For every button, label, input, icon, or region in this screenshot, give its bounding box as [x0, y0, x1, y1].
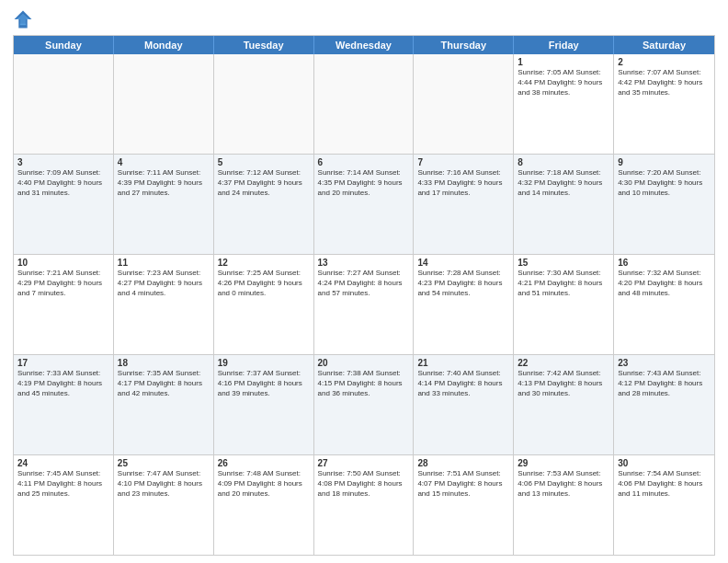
day-info: Sunrise: 7:27 AM Sunset: 4:24 PM Dayligh…: [318, 269, 410, 298]
day-info: Sunrise: 7:09 AM Sunset: 4:40 PM Dayligh…: [17, 168, 109, 198]
logo: [13, 9, 37, 29]
day-info: Sunrise: 7:14 AM Sunset: 4:35 PM Dayligh…: [318, 168, 410, 198]
day-number: 29: [518, 458, 609, 468]
day-info: Sunrise: 7:18 AM Sunset: 4:32 PM Dayligh…: [518, 168, 609, 198]
cal-header-monday: Monday: [114, 36, 214, 54]
cal-cell-1-6: 1Sunrise: 7:05 AM Sunset: 4:44 PM Daylig…: [514, 54, 614, 154]
cal-cell-3-7: 16Sunrise: 7:32 AM Sunset: 4:20 PM Dayli…: [614, 255, 714, 354]
cal-cell-3-3: 12Sunrise: 7:25 AM Sunset: 4:26 PM Dayli…: [214, 255, 314, 354]
day-info: Sunrise: 7:45 AM Sunset: 4:11 PM Dayligh…: [17, 469, 109, 499]
cal-cell-2-2: 4Sunrise: 7:11 AM Sunset: 4:39 PM Daylig…: [114, 155, 214, 254]
cal-week-4: 17Sunrise: 7:33 AM Sunset: 4:19 PM Dayli…: [14, 355, 714, 455]
cal-cell-1-4: [314, 54, 415, 154]
header: [13, 9, 715, 29]
day-number: 1: [518, 57, 609, 67]
day-info: Sunrise: 7:16 AM Sunset: 4:33 PM Dayligh…: [417, 168, 509, 198]
day-info: Sunrise: 7:47 AM Sunset: 4:10 PM Dayligh…: [118, 469, 210, 499]
cal-cell-4-4: 20Sunrise: 7:38 AM Sunset: 4:15 PM Dayli…: [314, 355, 415, 454]
cal-cell-5-2: 25Sunrise: 7:47 AM Sunset: 4:10 PM Dayli…: [114, 455, 214, 555]
day-number: 17: [17, 358, 109, 368]
day-number: 11: [118, 258, 210, 268]
cal-week-5: 24Sunrise: 7:45 AM Sunset: 4:11 PM Dayli…: [14, 455, 714, 555]
cal-cell-5-6: 29Sunrise: 7:53 AM Sunset: 4:06 PM Dayli…: [514, 455, 614, 555]
day-info: Sunrise: 7:12 AM Sunset: 4:37 PM Dayligh…: [218, 168, 310, 198]
day-info: Sunrise: 7:37 AM Sunset: 4:16 PM Dayligh…: [218, 369, 310, 398]
day-info: Sunrise: 7:11 AM Sunset: 4:39 PM Dayligh…: [118, 168, 210, 198]
day-info: Sunrise: 7:48 AM Sunset: 4:09 PM Dayligh…: [218, 469, 310, 499]
day-number: 18: [118, 358, 210, 368]
cal-cell-4-6: 22Sunrise: 7:42 AM Sunset: 4:13 PM Dayli…: [514, 355, 614, 454]
cal-cell-3-2: 11Sunrise: 7:23 AM Sunset: 4:27 PM Dayli…: [114, 255, 214, 354]
cal-header-saturday: Saturday: [614, 36, 714, 54]
day-number: 24: [17, 458, 109, 468]
day-number: 10: [17, 258, 109, 268]
day-number: 14: [417, 258, 509, 268]
day-number: 13: [318, 258, 410, 268]
day-info: Sunrise: 7:30 AM Sunset: 4:21 PM Dayligh…: [518, 269, 609, 298]
cal-cell-4-5: 21Sunrise: 7:40 AM Sunset: 4:14 PM Dayli…: [414, 355, 514, 454]
calendar-header-row: SundayMondayTuesdayWednesdayThursdayFrid…: [14, 36, 714, 54]
cal-cell-1-5: [414, 54, 514, 154]
cal-cell-4-1: 17Sunrise: 7:33 AM Sunset: 4:19 PM Dayli…: [14, 355, 114, 454]
day-number: 5: [218, 157, 310, 167]
cal-cell-5-5: 28Sunrise: 7:51 AM Sunset: 4:07 PM Dayli…: [414, 455, 514, 555]
cal-cell-1-1: [14, 54, 114, 154]
day-number: 8: [518, 157, 609, 167]
day-info: Sunrise: 7:28 AM Sunset: 4:23 PM Dayligh…: [417, 269, 509, 298]
day-number: 19: [218, 358, 310, 368]
day-number: 16: [618, 258, 711, 268]
day-info: Sunrise: 7:42 AM Sunset: 4:13 PM Dayligh…: [518, 369, 609, 398]
day-number: 15: [518, 258, 609, 268]
day-info: Sunrise: 7:23 AM Sunset: 4:27 PM Dayligh…: [118, 269, 210, 298]
cal-week-3: 10Sunrise: 7:21 AM Sunset: 4:29 PM Dayli…: [14, 255, 714, 355]
day-number: 23: [618, 358, 711, 368]
day-info: Sunrise: 7:33 AM Sunset: 4:19 PM Dayligh…: [17, 369, 109, 398]
day-number: 7: [417, 157, 509, 167]
day-number: 26: [218, 458, 310, 468]
day-number: 30: [618, 458, 711, 468]
day-number: 20: [318, 358, 410, 368]
day-info: Sunrise: 7:51 AM Sunset: 4:07 PM Dayligh…: [417, 469, 509, 499]
cal-header-tuesday: Tuesday: [214, 36, 314, 54]
day-info: Sunrise: 7:25 AM Sunset: 4:26 PM Dayligh…: [218, 269, 310, 298]
day-number: 6: [318, 157, 410, 167]
cal-cell-1-2: [114, 54, 214, 154]
day-number: 25: [118, 458, 210, 468]
calendar-body: 1Sunrise: 7:05 AM Sunset: 4:44 PM Daylig…: [14, 54, 714, 555]
day-info: Sunrise: 7:38 AM Sunset: 4:15 PM Dayligh…: [318, 369, 410, 398]
day-info: Sunrise: 7:35 AM Sunset: 4:17 PM Dayligh…: [118, 369, 210, 398]
logo-icon: [13, 9, 33, 29]
cal-cell-5-7: 30Sunrise: 7:54 AM Sunset: 4:06 PM Dayli…: [614, 455, 714, 555]
day-info: Sunrise: 7:32 AM Sunset: 4:20 PM Dayligh…: [618, 269, 711, 298]
cal-cell-4-2: 18Sunrise: 7:35 AM Sunset: 4:17 PM Dayli…: [114, 355, 214, 454]
day-number: 3: [17, 157, 109, 167]
cal-header-wednesday: Wednesday: [314, 36, 415, 54]
day-number: 2: [618, 57, 711, 67]
day-number: 9: [618, 157, 711, 167]
cal-cell-5-4: 27Sunrise: 7:50 AM Sunset: 4:08 PM Dayli…: [314, 455, 415, 555]
cal-week-1: 1Sunrise: 7:05 AM Sunset: 4:44 PM Daylig…: [14, 54, 714, 155]
day-number: 21: [417, 358, 509, 368]
cal-cell-3-6: 15Sunrise: 7:30 AM Sunset: 4:21 PM Dayli…: [514, 255, 614, 354]
cal-cell-1-3: [214, 54, 314, 154]
cal-cell-2-6: 8Sunrise: 7:18 AM Sunset: 4:32 PM Daylig…: [514, 155, 614, 254]
day-number: 27: [318, 458, 410, 468]
cal-cell-2-5: 7Sunrise: 7:16 AM Sunset: 4:33 PM Daylig…: [414, 155, 514, 254]
cal-cell-2-7: 9Sunrise: 7:20 AM Sunset: 4:30 PM Daylig…: [614, 155, 714, 254]
day-info: Sunrise: 7:50 AM Sunset: 4:08 PM Dayligh…: [318, 469, 410, 499]
calendar: SundayMondayTuesdayWednesdayThursdayFrid…: [13, 35, 715, 556]
day-number: 4: [118, 157, 210, 167]
cal-cell-3-4: 13Sunrise: 7:27 AM Sunset: 4:24 PM Dayli…: [314, 255, 415, 354]
cal-cell-2-1: 3Sunrise: 7:09 AM Sunset: 4:40 PM Daylig…: [14, 155, 114, 254]
cal-cell-3-1: 10Sunrise: 7:21 AM Sunset: 4:29 PM Dayli…: [14, 255, 114, 354]
cal-cell-4-7: 23Sunrise: 7:43 AM Sunset: 4:12 PM Dayli…: [614, 355, 714, 454]
cal-cell-2-4: 6Sunrise: 7:14 AM Sunset: 4:35 PM Daylig…: [314, 155, 415, 254]
cal-cell-5-1: 24Sunrise: 7:45 AM Sunset: 4:11 PM Dayli…: [14, 455, 114, 555]
cal-cell-4-3: 19Sunrise: 7:37 AM Sunset: 4:16 PM Dayli…: [214, 355, 314, 454]
day-info: Sunrise: 7:20 AM Sunset: 4:30 PM Dayligh…: [618, 168, 711, 198]
day-info: Sunrise: 7:43 AM Sunset: 4:12 PM Dayligh…: [618, 369, 711, 398]
page: SundayMondayTuesdayWednesdayThursdayFrid…: [0, 0, 728, 563]
day-number: 12: [218, 258, 310, 268]
cal-header-sunday: Sunday: [14, 36, 114, 54]
cal-header-thursday: Thursday: [414, 36, 514, 54]
